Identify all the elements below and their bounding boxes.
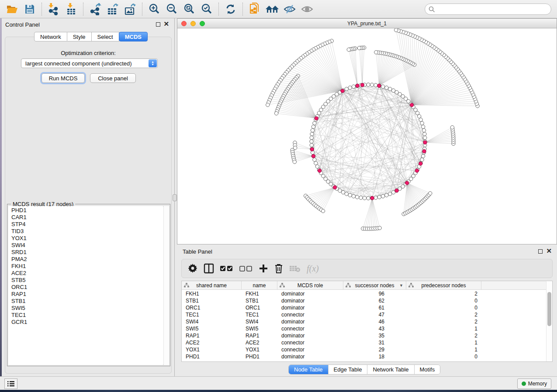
dominator-node[interactable] (310, 148, 314, 151)
network-node[interactable] (388, 192, 392, 196)
network-node[interactable] (388, 87, 392, 91)
delete-column-icon[interactable] (274, 262, 283, 275)
network-node[interactable] (419, 118, 422, 121)
network-node[interactable] (381, 194, 384, 198)
dominator-node[interactable] (395, 189, 398, 192)
network-node[interactable] (345, 87, 348, 91)
tab-select[interactable]: Select (92, 32, 119, 41)
network-node[interactable] (421, 125, 425, 128)
network-node[interactable] (391, 89, 395, 92)
network-node[interactable] (310, 140, 313, 143)
network-node[interactable] (311, 128, 314, 132)
network-node[interactable] (421, 154, 425, 158)
tab-motifs[interactable]: Motifs (414, 365, 440, 374)
tab-network-table[interactable]: Network Table (367, 365, 414, 374)
mcds-result-list[interactable]: PHD1CAR1STP4TID3YOX1SWI4SRD1PMA2FKH1ACE2… (8, 206, 163, 365)
network-node[interactable] (347, 48, 350, 51)
hide-details-icon[interactable] (282, 2, 297, 17)
network-node[interactable] (293, 160, 296, 164)
network-node[interactable] (341, 190, 345, 194)
mcds-result-scrollbar[interactable] (163, 206, 169, 365)
tab-node-table[interactable]: Node Table (289, 365, 328, 374)
network-node[interactable] (293, 146, 297, 149)
network-node[interactable] (374, 83, 377, 87)
network-node[interactable] (367, 196, 370, 200)
function-builder-icon[interactable]: f(x) (307, 262, 319, 275)
zoom-fit-icon[interactable] (182, 2, 197, 17)
mcds-result-item[interactable]: PHD1 (11, 207, 163, 214)
float-panel-icon[interactable] (538, 249, 543, 254)
mcds-result-item[interactable]: SWI4 (11, 242, 163, 249)
dominator-node[interactable] (370, 196, 374, 199)
float-panel-icon[interactable] (156, 22, 160, 27)
select-all-icon[interactable] (220, 262, 233, 275)
table-row[interactable]: SWI4SWI4dominator462 (182, 318, 547, 325)
network-node[interactable] (345, 192, 348, 196)
tab-style[interactable]: Style (67, 32, 92, 41)
export-network-icon[interactable] (88, 2, 103, 17)
deselect-all-icon[interactable] (239, 262, 253, 275)
network-node[interactable] (266, 103, 270, 107)
show-details-icon[interactable] (300, 2, 315, 17)
settings-icon[interactable] (188, 262, 197, 275)
network-node[interactable] (374, 196, 377, 199)
table-row[interactable]: TEC1TEC1connector472 (182, 311, 547, 318)
dominator-node[interactable] (410, 103, 413, 107)
tab-edge-table[interactable]: Edge Table (328, 365, 367, 374)
dominator-node[interactable] (341, 89, 344, 93)
dominator-node[interactable] (311, 154, 315, 158)
network-node[interactable] (352, 194, 355, 198)
home-networks-icon[interactable] (265, 2, 280, 17)
mcds-result-item[interactable]: TID3 (11, 228, 163, 235)
mcds-result-item[interactable]: PMA2 (11, 256, 163, 263)
network-node[interactable] (274, 111, 278, 115)
network-node[interactable] (359, 196, 363, 199)
dominator-node[interactable] (356, 84, 359, 87)
zoom-in-icon[interactable] (147, 2, 162, 17)
table-row[interactable]: RAP1RAP1dominator352 (182, 332, 547, 339)
save-icon[interactable] (22, 2, 37, 17)
mcds-result-item[interactable]: ACE2 (11, 270, 163, 277)
network-node[interactable] (423, 136, 427, 139)
dominator-node[interactable] (333, 186, 336, 189)
network-node[interactable] (394, 28, 398, 32)
network-node[interactable] (352, 85, 355, 88)
table-row[interactable]: ACE2ACE2connector311 (182, 339, 547, 346)
panel-splitter-handle[interactable] (173, 194, 177, 201)
network-node[interactable] (385, 193, 388, 197)
export-image-icon[interactable] (123, 2, 138, 17)
network-window-titlebar[interactable]: YPA_prune.txt_1 (177, 19, 557, 28)
dominator-node[interactable] (318, 169, 321, 172)
network-node[interactable] (420, 121, 424, 125)
mcds-result-item[interactable]: CAR1 (11, 214, 163, 221)
network-node[interactable] (420, 158, 424, 162)
optimization-criterion-select[interactable]: largest connected component (undirected)… (21, 58, 158, 68)
network-node[interactable] (313, 121, 316, 125)
mcds-result-item[interactable]: SWI5 (11, 305, 163, 312)
network-node[interactable] (385, 86, 388, 89)
export-table-icon[interactable] (105, 2, 120, 17)
refresh-layout-icon[interactable] (223, 2, 238, 17)
mcds-result-item[interactable]: TEC1 (11, 312, 163, 319)
column-header-succ[interactable]: successor nodes▼ (343, 281, 406, 290)
network-canvas[interactable] (177, 28, 557, 244)
mcds-result-item[interactable]: SRD1 (11, 249, 163, 256)
network-from-file-icon[interactable] (247, 2, 262, 17)
zoom-selected-icon[interactable] (199, 2, 214, 17)
column-header-pred[interactable]: predecessor nodes (406, 281, 481, 290)
mcds-result-item[interactable]: STP4 (11, 221, 163, 228)
zoom-out-icon[interactable] (164, 2, 179, 17)
table-row[interactable]: YOX1YOX1connector291 (182, 346, 547, 353)
network-node[interactable] (381, 85, 384, 88)
tab-network[interactable]: Network (34, 32, 67, 41)
network-node[interactable] (363, 196, 366, 200)
network-node[interactable] (311, 125, 315, 128)
dominator-node[interactable] (422, 149, 426, 153)
import-network-icon[interactable] (46, 2, 61, 17)
memory-button[interactable]: Memory (517, 378, 551, 389)
dominator-node[interactable] (415, 169, 419, 172)
mcds-result-item[interactable]: FKH1 (11, 263, 163, 270)
network-node[interactable] (377, 195, 381, 199)
scrollbar-thumb[interactable] (547, 292, 551, 326)
network-node[interactable] (357, 46, 361, 50)
